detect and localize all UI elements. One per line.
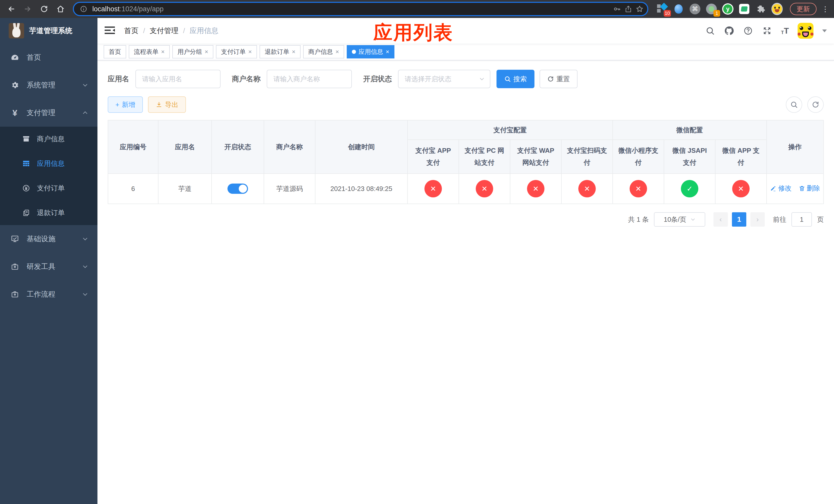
page-size-value: 10条/页 [664,215,686,224]
sidebar-item-system[interactable]: 系统管理 [0,71,97,99]
toolbox-icon [9,262,21,271]
cell-alipay-pc: ✕ [459,174,510,204]
chevron-down-icon [82,236,88,242]
extension-emoji-icon[interactable] [771,3,783,15]
tags-view-bar: 首页 流程表单× 用户分组× 支付订单× 退款订单× 商户信息× 应用信息× [97,44,834,61]
page-size-select[interactable]: 10条/页 [654,212,705,227]
extension-status-icon[interactable]: 1 [706,3,717,15]
col-app-name: 应用名 [158,120,212,174]
sidebar-item-workflow[interactable]: 工作流程 [0,280,97,308]
goto-label: 前往 [773,215,786,224]
browser-toolbar: localhost:1024/pay/app 10 ⌘ 1 y 更 [0,0,834,18]
col-alipay-qr: 支付宝扫码支付 [562,140,613,174]
user-menu-caret-icon[interactable] [822,29,827,32]
cell-wx-jsapi: ✓ [664,174,715,204]
extension-y-icon[interactable]: y [722,3,733,15]
sidebar-item-label: 系统管理 [27,80,56,90]
close-icon[interactable]: × [335,49,339,55]
reset-button-label: 重置 [556,75,570,84]
page-1-button[interactable]: 1 [732,212,746,227]
chevron-down-icon [82,264,88,270]
tab-refund-order[interactable]: 退款订单× [260,45,301,59]
tab-label: 支付订单 [221,48,246,56]
cell-alipay-wap: ✕ [510,174,562,204]
sidebar-collapse-icon[interactable] [105,26,116,36]
delete-link[interactable]: 删除 [798,184,820,193]
sidebar-item-home[interactable]: 首页 [0,44,97,71]
close-icon[interactable]: × [292,49,295,55]
browser-menu-icon[interactable]: ⋮ [821,5,830,13]
close-icon[interactable]: × [248,49,252,55]
add-button[interactable]: + 新增 [108,96,143,113]
sidebar-item-refund-order[interactable]: 退款订单 [0,201,97,225]
chevron-up-icon [82,110,88,116]
extension-command-icon[interactable]: ⌘ [689,3,701,15]
refresh-table-button[interactable] [807,96,824,113]
browser-home-button[interactable] [53,2,68,16]
browser-reload-button[interactable] [37,2,51,16]
edit-link[interactable]: 修改 [770,184,791,193]
prev-page-button[interactable]: ‹ [714,212,728,227]
password-key-icon[interactable] [611,3,623,15]
edit-link-label: 修改 [778,184,791,193]
help-icon[interactable] [743,26,753,36]
col-wx-app: 微信 APP 支付 [715,140,767,174]
goto-page-input[interactable] [791,212,812,227]
col-app-id: 应用编号 [108,120,158,174]
extensions-puzzle-icon[interactable] [755,3,766,15]
avatar[interactable] [797,23,813,39]
close-icon[interactable]: × [386,49,389,55]
share-icon[interactable] [623,3,634,15]
pager: ‹ 1 › [714,212,765,227]
font-size-icon[interactable]: TT [781,27,789,35]
apps-squares [657,4,661,14]
close-icon[interactable]: × [205,49,208,55]
search-button[interactable]: 搜索 [497,70,534,88]
sidebar-item-app-info[interactable]: 应用信息 [0,151,97,176]
extension-apps-icon[interactable]: 10 [657,3,668,15]
address-bar[interactable]: localhost:1024/pay/app [73,2,648,16]
search-icon[interactable] [705,26,715,36]
logo-row[interactable]: 芋道管理系统 [0,18,97,44]
reset-button[interactable]: 重置 [540,70,577,88]
breadcrumb-home[interactable]: 首页 [124,26,138,36]
browser-forward-button[interactable] [21,2,35,16]
table-toolbar: + 新增 导出 [108,96,824,113]
navbar-actions: TT [705,23,827,39]
cell-alipay-app: ✕ [408,174,459,204]
status-select[interactable]: 请选择开启状态 [398,70,490,88]
tab-app-info[interactable]: 应用信息× [347,45,394,59]
sidebar-item-dev-tools[interactable]: 研发工具 [0,253,97,280]
extensions-area: 10 ⌘ 1 y [654,3,786,15]
extension-balloon-icon[interactable] [673,3,684,15]
browser-update-button[interactable]: 更新 [790,3,816,15]
fullscreen-icon[interactable] [762,26,772,36]
sidebar-item-pay-order[interactable]: 支付订单 [0,176,97,201]
bookmark-star-icon[interactable] [634,3,645,15]
tab-merchant-info[interactable]: 商户信息× [303,45,344,59]
app-name-input[interactable] [135,70,221,88]
status-toggle[interactable] [227,184,248,194]
export-button[interactable]: 导出 [148,96,186,113]
toggle-search-button[interactable] [786,96,802,113]
sidebar-item-infrastructure[interactable]: 基础设施 [0,225,97,253]
github-icon[interactable] [724,26,734,36]
tab-pay-order[interactable]: 支付订单× [216,45,257,59]
next-page-button[interactable]: › [750,212,765,227]
tab-user-group[interactable]: 用户分组× [172,45,213,59]
site-info-icon[interactable] [78,3,89,15]
cell-actions: 修改 删除 [767,174,824,204]
breadcrumb-payment[interactable]: 支付管理 [150,26,178,36]
table-row: 6 芋道 芋道源码 2021-10-23 08:49:25 ✕ ✕ ✕ ✕ ✕ … [108,174,824,204]
extension-chat-icon[interactable] [739,3,750,15]
merchant-name-input[interactable] [267,70,352,88]
sidebar-item-payment[interactable]: ¥ 支付管理 [0,99,97,127]
sidebar-item-label: 商户信息 [37,134,65,143]
tab-home[interactable]: 首页 [104,45,126,59]
browser-back-button[interactable] [4,2,19,16]
tab-process-form[interactable]: 流程表单× [129,45,170,59]
extension-badge-10: 10 [664,10,671,17]
sidebar-item-merchant-info[interactable]: 商户信息 [0,127,97,151]
page-unit-label: 页 [817,215,824,224]
close-icon[interactable]: × [161,49,164,55]
